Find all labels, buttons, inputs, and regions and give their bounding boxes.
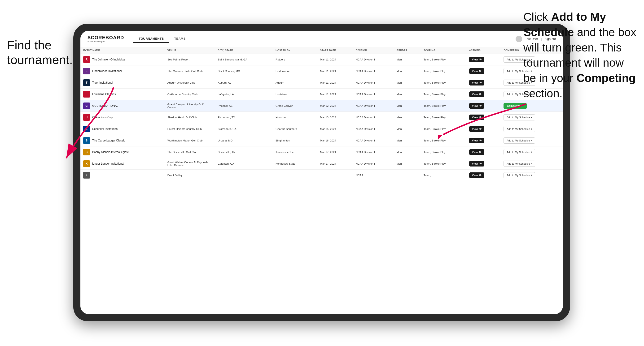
table-row: R The Johnnie - O Individual Sea Palms R…: [80, 54, 563, 65]
hosted-by-cell: Rutgers: [273, 54, 317, 65]
view-button[interactable]: View 👁: [469, 91, 484, 97]
gender-cell: Men: [394, 100, 421, 112]
start-date-cell: Mar 15, 2024: [317, 123, 353, 135]
city-state-cell: Phoenix, AZ: [215, 100, 273, 112]
view-button[interactable]: View 👁: [469, 161, 484, 167]
city-state-cell: [215, 170, 273, 181]
venue-cell: Forest Heights Country Club: [164, 123, 215, 135]
tab-teams[interactable]: TEAMS: [169, 35, 191, 43]
annotation-right: Click Add to My Schedule and the box wil…: [524, 9, 637, 101]
venue-cell: Sea Palms Resort: [164, 54, 215, 65]
eye-icon: 👁: [479, 174, 482, 177]
eye-icon: 👁: [479, 58, 482, 61]
logo-area: SCOREBOARD Powered by clippd: [88, 35, 124, 43]
col-actions: ACTIONS: [466, 47, 501, 54]
actions-cell: View 👁: [466, 77, 501, 89]
gender-cell: Men: [394, 112, 421, 123]
start-date-cell: Mar 13, 2024: [317, 112, 353, 123]
city-state-cell: Eatonton, GA: [215, 158, 273, 170]
table-row: K Linger Longer Invitational Great Water…: [80, 158, 563, 170]
col-start-date: START DATE: [317, 47, 353, 54]
city-state-cell: Statesboro, GA: [215, 123, 273, 135]
tablet-screen: SCOREBOARD Powered by clippd TOURNAMENTS…: [80, 31, 563, 314]
view-button[interactable]: View 👁: [469, 80, 484, 85]
event-name-cell: L Lindenwood Invitational: [80, 65, 164, 77]
annotation-left: Find thetournament.: [7, 38, 73, 67]
venue-cell: Oakbourne Country Club: [164, 89, 215, 100]
view-button[interactable]: View 👁: [469, 68, 484, 74]
app-logo-sub: Powered by clippd: [88, 40, 124, 43]
gender-cell: Men: [394, 147, 421, 158]
add-to-schedule-button[interactable]: Add to My Schedule +: [504, 161, 535, 167]
city-state-cell: Saint Simons Island, GA: [215, 54, 273, 65]
gender-cell: Men: [394, 123, 421, 135]
view-button[interactable]: View 👁: [469, 173, 484, 178]
hosted-by-cell: Binghamton: [273, 135, 317, 147]
hosted-by-cell: Georgia Southern: [273, 123, 317, 135]
gender-cell: Men: [394, 135, 421, 147]
app-logo: SCOREBOARD: [88, 35, 124, 40]
division-cell: NCAA: [353, 170, 394, 181]
view-button[interactable]: View 👁: [469, 149, 484, 155]
tablet-frame: SCOREBOARD Powered by clippd TOURNAMENTS…: [73, 24, 570, 321]
tab-tournaments[interactable]: TOURNAMENTS: [134, 35, 169, 43]
division-cell: NCAA Division I: [353, 147, 394, 158]
event-name-cell: ?: [80, 170, 164, 181]
venue-cell: Shadow Hawk Golf Club: [164, 112, 215, 123]
hosted-by-cell: [273, 170, 317, 181]
hosted-by-cell: Grand Canyon: [273, 100, 317, 112]
gender-cell: Men: [394, 158, 421, 170]
view-button[interactable]: View 👁: [469, 57, 484, 62]
gender-cell: [394, 170, 421, 181]
competing-cell: Add to My Schedule +: [501, 170, 563, 181]
add-to-schedule-button[interactable]: Add to My Schedule +: [504, 172, 535, 178]
col-scoring: SCORING: [421, 47, 466, 54]
scoring-cell: Team, Stroke Play: [421, 65, 466, 77]
actions-cell: View 👁: [466, 158, 501, 170]
arrow-left: [47, 80, 142, 163]
table-row: T Tiger Invitational Auburn University C…: [80, 77, 563, 89]
add-to-schedule-button[interactable]: Add to My Schedule +: [504, 149, 535, 155]
division-cell: NCAA Division I: [353, 112, 394, 123]
col-division: DIVISION: [353, 47, 394, 54]
city-state-cell: Sevierville, TN: [215, 147, 273, 158]
city-state-cell: Urbana, MD: [215, 135, 273, 147]
start-date-cell: Mar 12, 2024: [317, 100, 353, 112]
start-date-cell: [317, 170, 353, 181]
scoring-cell: Team, Stroke Play: [421, 147, 466, 158]
hosted-by-cell: Kennesaw State: [273, 158, 317, 170]
scoring-cell: Team, Stroke Play: [421, 54, 466, 65]
nav-tabs: TOURNAMENTS TEAMS: [134, 35, 516, 43]
scoring-cell: Team, Stroke Play: [421, 77, 466, 89]
venue-cell: Great Waters Course At Reynolds Lake Oco…: [164, 158, 215, 170]
actions-cell: View 👁: [466, 65, 501, 77]
hosted-by-cell: Louisiana: [273, 89, 317, 100]
start-date-cell: Mar 16, 2024: [317, 135, 353, 147]
user-avatar: [516, 36, 522, 42]
division-cell: NCAA Division I: [353, 123, 394, 135]
hosted-by-cell: Lindenwood: [273, 65, 317, 77]
gender-cell: Men: [394, 54, 421, 65]
event-name: The Johnnie - O Individual: [92, 58, 125, 61]
table-row: ? Brook ValleyNCAATeam,View 👁Add to My S…: [80, 170, 563, 181]
venue-cell: Worthington Manor Golf Club: [164, 135, 215, 147]
competing-cell: Add to My Schedule +: [501, 147, 563, 158]
scoring-cell: Team,: [421, 170, 466, 181]
arrow-right: [438, 97, 528, 144]
scoring-cell: Team, Stroke Play: [421, 158, 466, 170]
hosted-by-cell: Tennessee Tech: [273, 147, 317, 158]
city-state-cell: Richmond, TX: [215, 112, 273, 123]
table-row: B Bobby Nichols Intercollegiate The Sevi…: [80, 147, 563, 158]
actions-cell: View 👁: [466, 54, 501, 65]
venue-cell: The Sevierville Golf Club: [164, 147, 215, 158]
col-city-state: CITY, STATE: [215, 47, 273, 54]
table-row: L Lindenwood Invitational The Missouri B…: [80, 65, 563, 77]
division-cell: NCAA Division I: [353, 100, 394, 112]
venue-cell: Brook Valley: [164, 170, 215, 181]
team-logo: R: [83, 56, 90, 63]
division-cell: NCAA Division I: [353, 65, 394, 77]
eye-icon: 👁: [479, 93, 482, 96]
gender-cell: Men: [394, 89, 421, 100]
eye-icon: 👁: [479, 151, 482, 154]
start-date-cell: Mar 11, 2024: [317, 89, 353, 100]
